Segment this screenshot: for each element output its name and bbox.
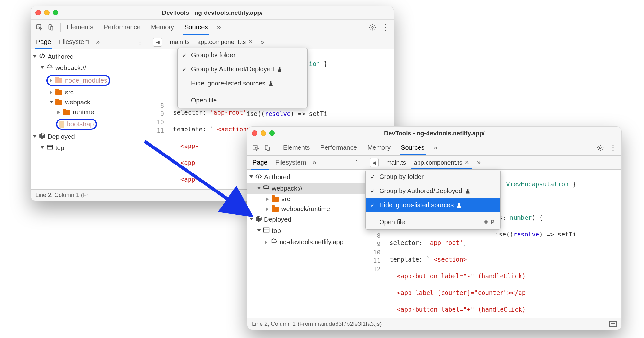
tab-performance[interactable]: Performance bbox=[319, 140, 358, 155]
tab-elements[interactable]: Elements bbox=[65, 20, 95, 34]
zoom-button[interactable] bbox=[269, 130, 275, 136]
tab-memory[interactable]: Memory bbox=[366, 140, 392, 155]
svg-rect-2 bbox=[51, 26, 53, 30]
close-tab-icon[interactable]: ✕ bbox=[248, 39, 253, 45]
window-title: DevTools - ng-devtools.netlify.app/ bbox=[31, 9, 394, 16]
cursor-position: Line 2, Column 1 bbox=[35, 192, 79, 199]
menu-label: Group by Authored/Deployed bbox=[191, 66, 274, 73]
more-file-tabs-icon[interactable]: » bbox=[260, 38, 264, 46]
settings-icon[interactable] bbox=[595, 143, 605, 153]
menu-open-file[interactable]: Open file ⌘ P bbox=[366, 215, 500, 229]
menu-hide-ignore-listed[interactable]: Hide ignore-listed sources bbox=[178, 76, 307, 91]
menu-group-by-authored[interactable]: ✓ Group by Authored/Deployed bbox=[178, 62, 307, 76]
tree-label: webpack:// bbox=[272, 185, 303, 192]
cloud-icon bbox=[263, 184, 270, 193]
subtab-filesystem[interactable]: Filesystem bbox=[58, 35, 91, 49]
navigator-tree: Authored webpack:// node_modules src bbox=[31, 49, 150, 189]
source-from: (From main.da63f7b2fe3f1fa3.js) bbox=[298, 321, 382, 327]
tree-ng-app[interactable]: ng-devtools.netlify.app bbox=[247, 236, 366, 248]
source-link[interactable]: main.da63f7b2fe3f1fa3.js bbox=[315, 321, 380, 327]
check-icon: ✓ bbox=[370, 173, 375, 181]
separator bbox=[60, 23, 61, 32]
more-tabs-icon[interactable]: » bbox=[217, 23, 221, 31]
menu-open-file[interactable]: Open file bbox=[178, 93, 307, 108]
tree-webpack-root[interactable]: webpack:// bbox=[31, 62, 150, 74]
folder-icon bbox=[272, 197, 279, 202]
close-tab-icon[interactable]: ✕ bbox=[465, 159, 469, 165]
subtab-page[interactable]: Page bbox=[35, 35, 52, 49]
subtab-page[interactable]: Page bbox=[251, 156, 269, 169]
tab-memory[interactable]: Memory bbox=[150, 20, 175, 34]
svg-rect-11 bbox=[264, 228, 269, 232]
menu-group-by-folder[interactable]: ✓ Group by folder bbox=[366, 170, 500, 184]
nav-back-icon[interactable]: ◀ bbox=[370, 158, 379, 167]
tree-node-modules[interactable]: node_modules bbox=[31, 74, 150, 87]
menu-group-by-authored[interactable]: ✓ Group by Authored/Deployed bbox=[366, 184, 500, 198]
inspect-icon[interactable] bbox=[251, 143, 261, 153]
tree-top[interactable]: top bbox=[31, 142, 150, 154]
main-toolbar: Elements Performance Memory Sources » ⋮ bbox=[247, 140, 621, 156]
drawer-toggle-icon[interactable] bbox=[609, 321, 617, 327]
cube-icon bbox=[255, 215, 262, 224]
navigator-menu-icon[interactable]: ⋮ bbox=[134, 38, 146, 46]
menu-separator bbox=[178, 92, 307, 92]
nav-back-icon[interactable]: ◀ bbox=[153, 38, 162, 47]
tab-sources[interactable]: Sources bbox=[183, 20, 209, 34]
check-icon: ✓ bbox=[370, 188, 375, 195]
tree-top[interactable]: top bbox=[247, 225, 366, 236]
kebab-icon[interactable]: ⋮ bbox=[608, 143, 618, 153]
tab-elements[interactable]: Elements bbox=[282, 140, 311, 155]
device-toggle-icon[interactable] bbox=[46, 22, 56, 32]
tab-sources[interactable]: Sources bbox=[400, 140, 426, 155]
file-tab-main[interactable]: main.ts bbox=[383, 156, 409, 169]
zoom-button[interactable] bbox=[53, 10, 58, 15]
settings-icon[interactable] bbox=[367, 22, 378, 32]
separator bbox=[277, 143, 277, 152]
inspect-icon[interactable] bbox=[34, 22, 44, 32]
flask-icon bbox=[456, 202, 462, 208]
tree-src[interactable]: src bbox=[31, 87, 150, 97]
more-subtabs-icon[interactable]: » bbox=[96, 38, 100, 46]
tree-label: ng-devtools.netlify.app bbox=[280, 238, 344, 246]
tree-authored[interactable]: Authored bbox=[31, 51, 150, 62]
tree-webpack-root[interactable]: webpack:// bbox=[247, 183, 366, 194]
file-tab-app-component[interactable]: app.component.ts ✕ bbox=[194, 36, 256, 49]
tree-bootstrap[interactable]: bootstrap bbox=[31, 117, 150, 131]
tree-webpack-runtime[interactable]: webpack/runtime bbox=[247, 204, 366, 214]
frame-icon bbox=[46, 144, 53, 152]
cube-icon bbox=[39, 132, 46, 141]
minimize-button[interactable] bbox=[261, 130, 266, 136]
tree-label: Authored bbox=[48, 53, 74, 60]
subtab-filesystem[interactable]: Filesystem bbox=[274, 156, 308, 169]
kebab-icon[interactable]: ⋮ bbox=[380, 22, 391, 32]
tree-label: webpack bbox=[65, 99, 90, 106]
flask-icon bbox=[268, 81, 274, 86]
menu-label: Open file bbox=[191, 97, 217, 104]
menu-label: Group by folder bbox=[191, 51, 235, 59]
navigator-menu-icon[interactable]: ⋮ bbox=[351, 159, 362, 166]
close-button[interactable] bbox=[35, 10, 41, 15]
tab-performance[interactable]: Performance bbox=[102, 20, 142, 34]
panel-tabs: Elements Performance Memory Sources » bbox=[282, 140, 594, 155]
more-tabs-icon[interactable]: » bbox=[433, 144, 437, 152]
tree-webpack-folder[interactable]: webpack bbox=[31, 97, 150, 107]
tree-deployed[interactable]: Deployed bbox=[31, 131, 150, 142]
tree-deployed[interactable]: Deployed bbox=[247, 214, 366, 225]
tree-runtime[interactable]: runtime bbox=[31, 107, 150, 117]
more-subtabs-icon[interactable]: » bbox=[312, 158, 316, 167]
tree-label: webpack/runtime bbox=[281, 205, 330, 213]
tree-label: runtime bbox=[73, 109, 94, 116]
device-toggle-icon[interactable] bbox=[262, 143, 272, 153]
close-button[interactable] bbox=[252, 130, 257, 136]
file-tab-app-component[interactable]: app.component.ts ✕ bbox=[410, 156, 472, 169]
menu-hide-ignore-listed[interactable]: ✓ Hide ignore-listed sources bbox=[366, 198, 500, 212]
secondary-bar: Page Filesystem » ⋮ ◀ main.ts app.compon… bbox=[247, 156, 621, 170]
cloud-icon bbox=[46, 64, 53, 72]
more-file-tabs-icon[interactable]: » bbox=[477, 158, 481, 167]
minimize-button[interactable] bbox=[44, 10, 50, 15]
file-tab-main[interactable]: main.ts bbox=[167, 36, 193, 49]
tree-authored[interactable]: Authored bbox=[247, 172, 366, 183]
tree-src[interactable]: src bbox=[247, 194, 366, 204]
file-icon bbox=[59, 121, 64, 128]
menu-group-by-folder[interactable]: ✓ Group by folder bbox=[178, 48, 307, 62]
